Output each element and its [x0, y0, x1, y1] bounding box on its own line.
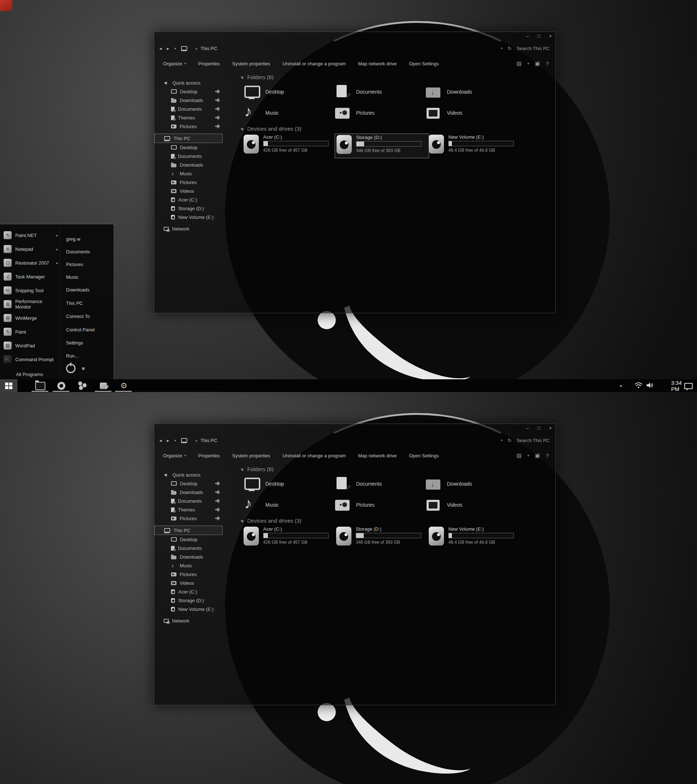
sidebar-item-desktop[interactable]: Desktop: [154, 479, 226, 488]
sidebar-item-downloads-pc[interactable]: Downloads: [154, 160, 226, 169]
drive-tile-acer-c[interactable]: Acer (C:) 426 GB free of 457 GB: [242, 525, 336, 550]
forward-icon[interactable]: ▸: [167, 46, 170, 51]
close-button[interactable]: ×: [549, 425, 552, 431]
sidebar-item-pictures-pc[interactable]: Pictures: [154, 178, 226, 186]
system-properties-button[interactable]: System properties: [232, 61, 270, 66]
folders-group-header[interactable]: Folders (6): [241, 74, 274, 80]
system-properties-button[interactable]: System properties: [232, 453, 270, 458]
folder-tile-documents[interactable]: Documents: [334, 475, 422, 493]
devices-group-header[interactable]: Devices and drives (3): [241, 125, 301, 132]
back-icon[interactable]: ◂: [159, 438, 162, 443]
close-button[interactable]: ×: [549, 33, 552, 39]
sidebar-item-network[interactable]: Network: [154, 224, 226, 233]
large-icons-view-icon[interactable]: ▣: [535, 60, 540, 67]
sidebar-item-this-pc[interactable]: This PC: [154, 133, 222, 143]
start-app-paint[interactable]: ✎Paint: [3, 326, 59, 337]
breadcrumb[interactable]: This PC: [200, 46, 217, 51]
sidebar-item-themes[interactable]: Themes: [154, 505, 226, 514]
sidebar-item-videos[interactable]: Videos: [154, 578, 226, 587]
folder-tile-videos[interactable]: Videos: [425, 496, 512, 514]
chevron-down-icon[interactable]: ▾: [527, 62, 529, 65]
sidebar-item-downloads[interactable]: Downloads: [154, 96, 226, 105]
sidebar-item-acer-c[interactable]: Acer (C:): [154, 195, 226, 204]
start-app-performance-monitor[interactable]: ≣Performance Monitor: [3, 299, 59, 310]
drive-tile-storage-d[interactable]: Storage (D:) 346 GB free of 393 GB: [335, 133, 429, 158]
folder-tile-music[interactable]: Music: [244, 104, 331, 122]
large-icons-view-icon[interactable]: ▣: [535, 452, 540, 459]
sidebar-item-new-volume-e[interactable]: New Volume (E:): [154, 605, 226, 613]
sidebar-item-downloads-pc[interactable]: Downloads: [154, 552, 226, 561]
folder-tile-pictures[interactable]: Pictures: [334, 104, 422, 122]
breadcrumb[interactable]: This PC: [200, 438, 217, 443]
minimize-button[interactable]: –: [526, 33, 529, 39]
sidebar-item-desktop-pc[interactable]: Desktop: [154, 143, 226, 152]
chevron-down-icon[interactable]: ▾: [527, 454, 529, 457]
sidebar-item-this-pc[interactable]: This PC: [154, 525, 222, 535]
sidebar-item-documents-pc[interactable]: Documents: [154, 152, 226, 160]
folder-tile-videos[interactable]: Videos: [425, 104, 512, 122]
start-item-run[interactable]: Run...: [62, 351, 115, 361]
start-app-command-prompt[interactable]: C:\_Command Prompt: [3, 354, 59, 365]
sidebar-item-documents-pc[interactable]: Documents: [154, 544, 226, 552]
sidebar-item-documents[interactable]: Documents: [154, 105, 226, 113]
sidebar-item-videos[interactable]: Videos: [154, 186, 226, 195]
address-dropdown-icon[interactable]: ▾: [501, 438, 503, 442]
all-programs-button[interactable]: All Programs: [3, 369, 71, 380]
sidebar-item-acer-c[interactable]: Acer (C:): [154, 587, 226, 596]
taskbar-file-explorer-icon[interactable]: [35, 381, 45, 390]
sidebar-item-pictures[interactable]: Pictures: [154, 514, 226, 523]
recent-locations-icon[interactable]: ▾: [174, 438, 176, 443]
refresh-icon[interactable]: ↻: [508, 46, 511, 51]
properties-button[interactable]: Properties: [198, 61, 220, 66]
clock[interactable]: 3:34 PM: [671, 379, 682, 392]
drive-tile-storage-d[interactable]: Storage (D:) 346 GB free of 393 GB: [335, 525, 428, 550]
open-settings-button[interactable]: Open Settings: [409, 61, 439, 66]
sidebar-item-storage-d[interactable]: Storage (D:): [154, 596, 226, 605]
folder-tile-music[interactable]: Music: [244, 496, 331, 514]
taskbar-settings-icon[interactable]: ⚙: [119, 381, 129, 390]
speaker-icon[interactable]: [646, 382, 654, 389]
sidebar-item-quick-access[interactable]: Quick access: [154, 470, 226, 479]
taskbar-paintnet-icon[interactable]: [98, 381, 109, 390]
folder-tile-pictures[interactable]: Pictures: [334, 496, 422, 514]
back-icon[interactable]: ◂: [159, 46, 162, 51]
power-icon[interactable]: [66, 364, 76, 373]
sidebar-item-desktop-pc[interactable]: Desktop: [154, 535, 226, 544]
preview-pane-icon[interactable]: ▤: [517, 452, 522, 459]
start-app-task-manager[interactable]: √Task Manager: [3, 271, 59, 282]
maximize-button[interactable]: □: [538, 425, 540, 431]
start-app-wordpad[interactable]: ▤WordPad: [3, 340, 59, 351]
start-app-winmerge[interactable]: ⊞WinMerge: [3, 313, 59, 323]
folder-tile-documents[interactable]: Documents: [334, 83, 422, 101]
power-options-icon[interactable]: [82, 367, 85, 370]
drive-tile-new-volume-e[interactable]: New Volume (E:) 46.4 GB free of 48.8 GB: [427, 525, 521, 550]
start-item-downloads[interactable]: Downloads: [62, 285, 115, 294]
maximize-button[interactable]: □: [538, 33, 540, 39]
uninstall-button[interactable]: Uninstall or change a program: [282, 61, 346, 66]
address-dropdown-icon[interactable]: ▾: [501, 46, 503, 50]
sidebar-item-pictures[interactable]: Pictures: [154, 122, 226, 131]
help-icon[interactable]: ?: [546, 61, 549, 67]
open-settings-button[interactable]: Open Settings: [409, 453, 439, 458]
start-item-music[interactable]: Music: [62, 272, 115, 282]
folder-tile-downloads[interactable]: Downloads: [425, 83, 512, 101]
sidebar-item-music[interactable]: Music: [154, 561, 226, 570]
map-network-drive-button[interactable]: Map network drive: [358, 453, 396, 458]
minimize-button[interactable]: –: [526, 425, 529, 431]
drive-tile-new-volume-e[interactable]: New Volume (E:) 46.4 GB free of 48.8 GB: [427, 133, 521, 158]
sidebar-item-music[interactable]: Music: [154, 169, 226, 178]
start-app-restorator[interactable]: ⬡Restorator 2007▸: [3, 257, 59, 268]
search-input[interactable]: Search This PC: [517, 438, 550, 443]
start-item-settings[interactable]: Settings: [62, 338, 115, 348]
sidebar-item-new-volume-e[interactable]: New Volume (E:): [154, 213, 226, 221]
map-network-drive-button[interactable]: Map network drive: [358, 61, 396, 66]
sidebar-item-documents[interactable]: Documents: [154, 497, 226, 505]
wifi-icon[interactable]: [634, 382, 643, 389]
sidebar-item-pictures-pc[interactable]: Pictures: [154, 570, 226, 578]
drive-tile-acer-c[interactable]: Acer (C:) 426 GB free of 457 GB: [242, 133, 336, 158]
start-item-documents[interactable]: Documents: [62, 247, 115, 256]
forward-icon[interactable]: ▸: [167, 438, 170, 443]
start-item-this-pc[interactable]: This PC: [62, 298, 115, 308]
taskbar-restorator-icon[interactable]: [77, 381, 87, 390]
folder-tile-desktop[interactable]: Desktop: [244, 83, 331, 101]
